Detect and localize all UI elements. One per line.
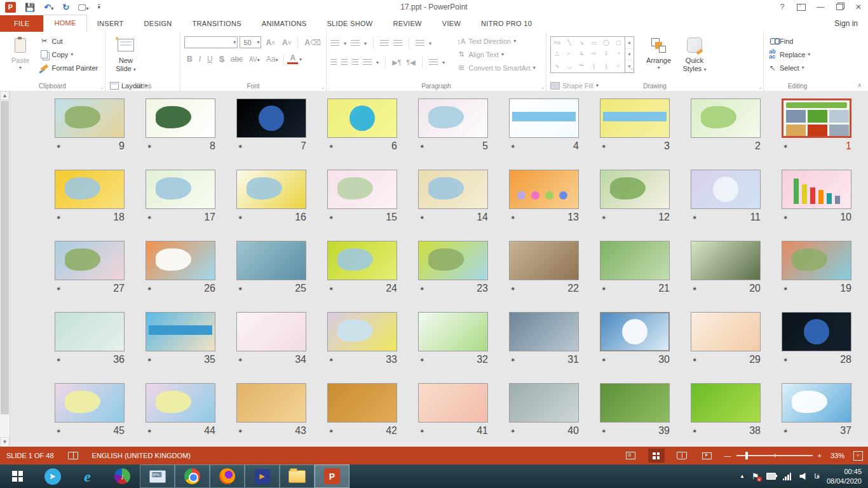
justify-icon[interactable]: [363, 59, 372, 65]
cut-button[interactable]: ✂ Cut: [39, 34, 98, 48]
slide-thumbnail-44[interactable]: [146, 383, 215, 423]
right-to-left-icon[interactable]: ¶◀: [406, 58, 416, 67]
slide-thumbnail-18[interactable]: [55, 170, 125, 209]
reading-view-button[interactable]: [674, 449, 690, 463]
find-button[interactable]: Find: [768, 34, 829, 48]
slide-thumbnail-42[interactable]: [327, 383, 397, 423]
notes-icon[interactable]: [623, 449, 639, 463]
format-painter-button[interactable]: Format Painter: [39, 61, 98, 74]
tab-transitions[interactable]: TRANSITIONS: [182, 16, 252, 32]
tab-insert[interactable]: INSERT: [87, 16, 134, 32]
slide-thumbnail-7[interactable]: [236, 98, 306, 138]
tab-view[interactable]: VIEW: [432, 16, 471, 32]
slide-thumbnail-8[interactable]: [146, 98, 215, 138]
tab-review[interactable]: REVIEW: [383, 16, 432, 32]
taskbar-chrome-button[interactable]: [175, 464, 210, 488]
slide-thumbnail-19[interactable]: [782, 241, 851, 280]
shapes-scroll-down-icon[interactable]: ▼: [625, 49, 634, 61]
slide-thumbnail-16[interactable]: [236, 170, 306, 209]
slide-thumbnail-24[interactable]: [327, 241, 397, 280]
slide-thumbnail-32[interactable]: [418, 312, 488, 351]
restore-button[interactable]: [830, 0, 849, 14]
tab-design[interactable]: DESIGN: [134, 16, 182, 32]
line-spacing-icon[interactable]: [416, 40, 424, 46]
replace-button[interactable]: abac Replace▾: [768, 48, 829, 61]
slide-thumbnail-25[interactable]: [236, 241, 306, 280]
elbow-arrow-shape-icon[interactable]: ↳: [580, 50, 585, 57]
start-from-beginning-icon[interactable]: 🖵▾: [78, 3, 89, 11]
left-to-right-icon[interactable]: ▶¶: [392, 58, 402, 67]
slide-thumbnail-28[interactable]: [782, 312, 851, 351]
slide-thumbnail-37[interactable]: [782, 383, 851, 423]
zoom-slider-thumb[interactable]: [745, 452, 748, 459]
slide-thumbnail-9[interactable]: [55, 98, 125, 138]
italic-button[interactable]: I: [196, 54, 203, 64]
bullets-icon[interactable]: [330, 40, 339, 46]
line-shape-icon[interactable]: ╲: [567, 39, 571, 46]
scrollbar-thumb[interactable]: [1, 101, 9, 414]
slide-thumbnail-10[interactable]: [782, 170, 851, 209]
arrange-button[interactable]: Arrange ▾: [642, 34, 675, 79]
align-left-icon[interactable]: [330, 59, 337, 65]
scribble-shape-icon[interactable]: ∿: [555, 63, 560, 69]
undo-icon[interactable]: ↶▾: [44, 3, 53, 11]
slide-thumbnail-20[interactable]: [691, 241, 761, 280]
action-center-flag-icon[interactable]: ⚑: [752, 471, 759, 481]
battery-icon[interactable]: [766, 473, 776, 480]
slide-thumbnail-14[interactable]: [418, 170, 488, 209]
clear-formatting-button[interactable]: A⌫: [302, 37, 323, 48]
tab-animations[interactable]: ANIMATIONS: [252, 16, 317, 32]
slide-thumbnail-1[interactable]: [782, 98, 851, 138]
clipboard-dialog-launcher-icon[interactable]: ⌟: [100, 84, 103, 90]
align-center-icon[interactable]: [341, 59, 348, 65]
decrease-indent-icon[interactable]: [380, 40, 389, 46]
rounded-rectangle-shape-icon[interactable]: ▢: [616, 39, 621, 46]
increase-indent-icon[interactable]: [393, 40, 402, 46]
textbox-shape-icon[interactable]: A≡: [553, 39, 560, 46]
increase-font-size-button[interactable]: A˄: [263, 37, 278, 48]
scroll-down-icon[interactable]: ▼: [0, 437, 10, 447]
taskbar-firefox-button[interactable]: [210, 464, 245, 488]
language-indicator[interactable]: ENGLISH (UNITED KINGDOM): [92, 452, 191, 459]
slide-show-button[interactable]: [699, 449, 715, 463]
paste-button[interactable]: Paste ▾: [4, 34, 37, 79]
strikethrough-button[interactable]: abc: [228, 54, 245, 64]
slide-thumbnail-17[interactable]: [146, 170, 215, 209]
font-size-combo[interactable]: 50▾: [240, 36, 261, 48]
slide-thumbnail-6[interactable]: [327, 98, 397, 138]
taskbar-powerpoint-button[interactable]: P: [315, 464, 349, 488]
slide-thumbnail-26[interactable]: [146, 241, 215, 280]
arrow-line-shape-icon[interactable]: ↘: [580, 39, 585, 46]
network-signal-icon[interactable]: [783, 473, 792, 480]
sign-in-link[interactable]: Sign in: [834, 19, 868, 32]
shapes-gallery[interactable]: A≡╲↘▭◯▢△⌐↳⇨⇩◔∿◡〜{}☆: [550, 36, 625, 73]
vertical-scrollbar[interactable]: ▲ ▼: [0, 91, 10, 447]
slide-thumbnail-2[interactable]: [691, 98, 761, 138]
slide-thumbnail-35[interactable]: [146, 312, 215, 351]
slide-thumbnail-22[interactable]: [509, 241, 579, 280]
help-button[interactable]: ?: [773, 0, 792, 14]
tab-slide-show[interactable]: SLIDE SHOW: [316, 16, 383, 32]
oval-shape-icon[interactable]: ◯: [603, 39, 609, 46]
zoom-in-button[interactable]: +: [818, 452, 822, 459]
character-spacing-button[interactable]: AV▾: [247, 54, 262, 64]
collapse-ribbon-icon[interactable]: ∧: [857, 82, 862, 88]
columns-icon[interactable]: [429, 59, 438, 65]
slide-thumbnail-38[interactable]: [691, 383, 761, 423]
clock[interactable]: 00:45 08/04/2020: [827, 467, 862, 485]
align-text-button[interactable]: ⇅ Align Text▾: [456, 48, 535, 61]
down-arrow-shape-icon[interactable]: ⇩: [604, 50, 609, 57]
minimize-button[interactable]: —: [811, 0, 830, 14]
left-brace-shape-icon[interactable]: {: [593, 63, 595, 69]
slide-thumbnail-39[interactable]: [600, 383, 670, 423]
slide-sorter-view-button[interactable]: [648, 449, 665, 463]
slide-thumbnail-13[interactable]: [509, 170, 579, 209]
new-slide-button[interactable]: New Slide ▾: [109, 34, 142, 79]
slide-thumbnail-12[interactable]: [600, 170, 670, 209]
scroll-up-icon[interactable]: ▲: [0, 91, 10, 100]
rectangle-shape-icon[interactable]: ▭: [591, 39, 597, 46]
taskbar-idm-button[interactable]: ↓: [105, 464, 140, 488]
font-dialog-launcher-icon[interactable]: ⌟: [322, 84, 324, 90]
slide-thumbnail-33[interactable]: [327, 312, 397, 351]
slide-thumbnail-27[interactable]: [55, 241, 125, 280]
